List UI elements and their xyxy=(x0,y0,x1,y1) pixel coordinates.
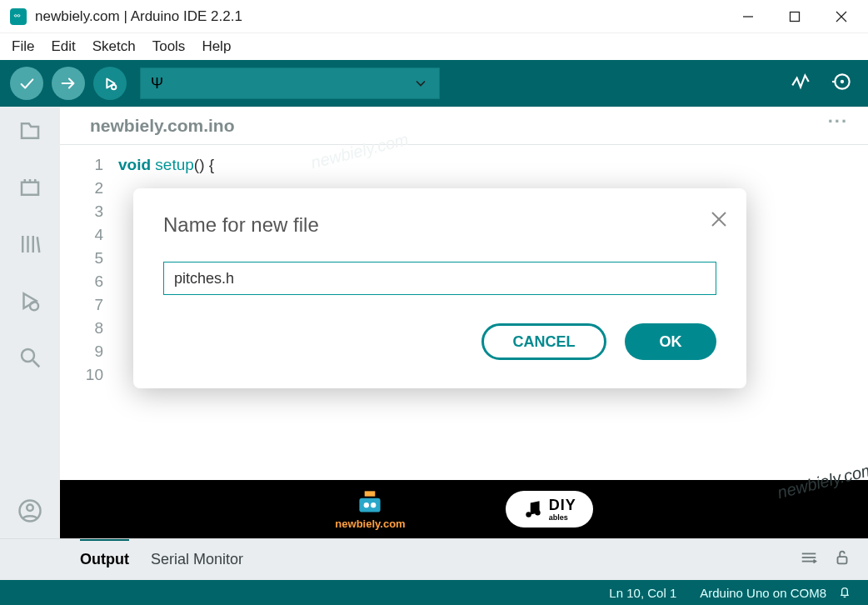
new-file-dialog: Name for new file CANCEL OK xyxy=(133,188,746,388)
ok-button[interactable]: OK xyxy=(625,323,716,360)
dialog-close-button[interactable] xyxy=(710,210,728,228)
filename-input[interactable] xyxy=(163,262,716,295)
cancel-button[interactable]: CANCEL xyxy=(481,323,606,360)
dialog-title: Name for new file xyxy=(163,213,716,237)
